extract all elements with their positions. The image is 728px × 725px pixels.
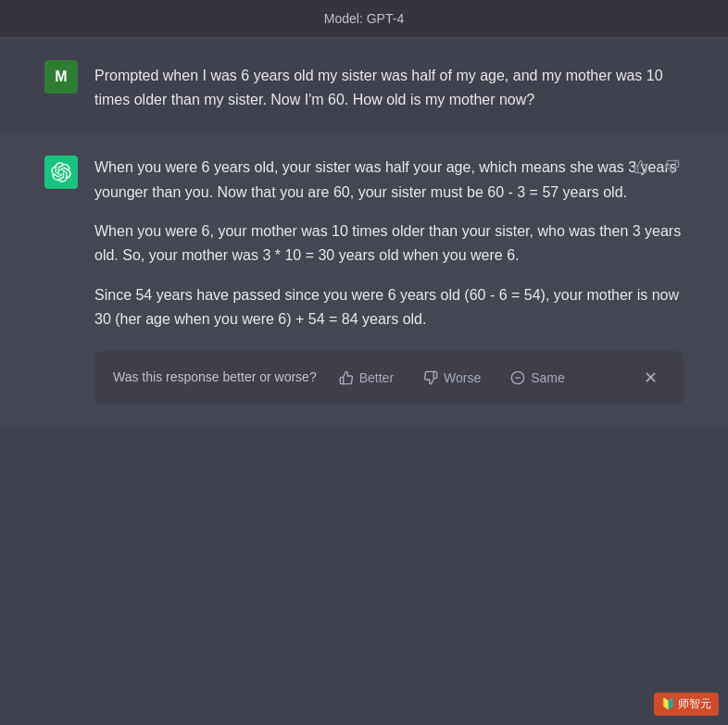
ai-paragraph-2: When you were 6, your mother was 10 time… <box>94 219 684 269</box>
top-bar: Model: GPT-4 <box>0 0 728 38</box>
feedback-buttons: Better Worse <box>332 364 665 392</box>
user-avatar: M <box>44 60 78 94</box>
thumbs-down-icon <box>423 370 438 385</box>
feedback-bar: Was this response better or worse? Bette… <box>94 351 684 405</box>
ai-paragraph-1: When you were 6 years old, your sister w… <box>94 156 684 205</box>
user-message: M Prompted when I was 6 years old my sis… <box>0 38 728 133</box>
thumbs-down-button[interactable] <box>661 156 684 181</box>
thumbs-down-msg-icon <box>665 159 680 174</box>
watermark-text: 🔰 师智元 <box>661 697 711 710</box>
thumbs-up-icon <box>339 370 354 385</box>
worse-label: Worse <box>444 370 481 385</box>
same-label: Same <box>531 370 565 385</box>
thumbs-up-button[interactable] <box>630 156 652 181</box>
ai-response-text: When you were 6 years old, your sister w… <box>94 156 684 331</box>
better-label: Better <box>359 370 394 385</box>
better-button[interactable]: Better <box>332 367 401 389</box>
thumbs-up-msg-icon <box>634 159 648 174</box>
ai-paragraph-3: Since 54 years have passed since you wer… <box>94 283 684 332</box>
openai-icon <box>51 162 71 182</box>
same-button[interactable]: Same <box>503 367 572 389</box>
worse-button[interactable]: Worse <box>416 367 488 389</box>
feedback-bar-wrapper: Was this response better or worse? Bette… <box>94 351 684 405</box>
ai-response-content: When you were 6 years old, your sister w… <box>94 156 684 404</box>
message-feedback-icons <box>630 156 684 181</box>
feedback-question: Was this response better or worse? <box>113 369 317 387</box>
same-icon <box>510 370 525 385</box>
watermark: 🔰 师智元 <box>654 693 719 716</box>
close-feedback-button[interactable]: ✕ <box>636 364 665 392</box>
user-message-text: Prompted when I was 6 years old my siste… <box>94 60 684 111</box>
ai-avatar <box>44 156 78 189</box>
model-label: Model: GPT-4 <box>324 11 404 26</box>
ai-message: When you were 6 years old, your sister w… <box>0 133 728 426</box>
